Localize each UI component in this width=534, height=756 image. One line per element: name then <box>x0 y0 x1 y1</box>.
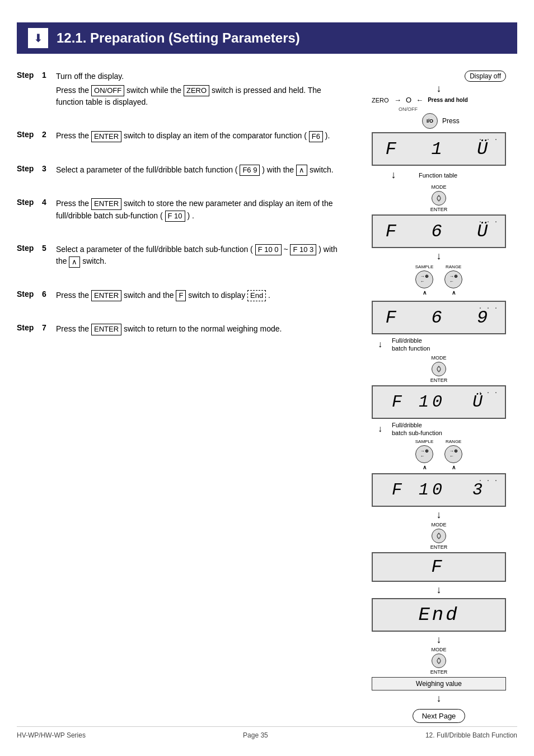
weighing-value-label: Weighing value <box>416 680 462 688</box>
range-range-btn-1[interactable]: →⊕← <box>444 270 462 288</box>
mode-enter-4: MODE ENTER <box>372 647 506 675</box>
key-enter-6: ENTER <box>91 290 121 301</box>
zero-circle: O <box>406 96 411 104</box>
key-f69: F6 9 <box>240 165 260 176</box>
lcd-display-5: F 10 3 · · · <box>372 473 506 507</box>
header-icon: ⬇ <box>28 28 48 48</box>
lcd3-text: F 6 9 <box>386 307 492 328</box>
diagram-col: Display off ↓ ZERO → O ← Press and hold … <box>372 71 506 723</box>
sample-btn-1: SAMPLE →⊕← <box>415 264 433 288</box>
step-num-4: 4 <box>42 198 56 207</box>
arrow-1: ↓ <box>372 83 506 95</box>
lcd5-dots: · · · <box>479 478 498 484</box>
step3-line1: Select a parameter of the full/dribble b… <box>56 164 344 176</box>
arrow-2: ↓ <box>372 169 415 181</box>
page-title: 12.1. Preparation (Setting Parameters) <box>57 30 300 46</box>
range-range-btn-2[interactable]: →⊕← <box>444 445 462 463</box>
key-enter-2: ENTER <box>91 131 121 142</box>
range-lbl-1: RANGE <box>446 264 461 269</box>
enter-lbl-1: ENTER <box>430 207 448 212</box>
step-label-5: Step <box>17 244 42 253</box>
mode-enter-3: MODE ENTER <box>372 522 506 550</box>
step-label-7: Step <box>17 323 42 332</box>
step-num-5: 5 <box>42 244 56 253</box>
mode-btn-1[interactable] <box>432 191 446 206</box>
page-header: ⬇ 12.1. Preparation (Setting Parameters) <box>17 22 517 54</box>
range-btn-1: RANGE →⊕← <box>444 264 462 288</box>
step-num-6: 6 <box>42 290 56 298</box>
sample-range-btn-1[interactable]: →⊕← <box>415 270 433 288</box>
step-num-7: 7 <box>42 323 56 332</box>
lcd-display-1: F 1 Ü · · · <box>372 132 506 166</box>
step-content-6: Press the ENTER switch and the F switch … <box>56 290 344 304</box>
weighing-value-box: Weighing value <box>372 677 506 690</box>
mode-enter-1: MODE ENTER <box>372 184 506 212</box>
lcd2-text: F 6 Ü <box>386 221 492 242</box>
step-5: Step 5 Select a parameter of the full/dr… <box>17 244 344 270</box>
mode-lbl-1: MODE <box>432 184 447 190</box>
step-num-1: 1 <box>42 71 56 80</box>
mode-lbl-2: MODE <box>432 355 447 361</box>
press-hold-text: Press and hold <box>428 97 468 103</box>
enter-lbl-3: ENTER <box>430 544 448 550</box>
step5-line1: Select a parameter of the full/dribble b… <box>56 244 344 268</box>
lcd4-text: F 10 Ü <box>392 393 486 412</box>
step-label-1: Step <box>17 71 42 80</box>
footer-page: Page 35 <box>243 731 268 739</box>
press-row: I/O Press <box>422 113 506 129</box>
mode-lbl-4: MODE <box>432 647 447 652</box>
step-3: Step 3 Select a parameter of the full/dr… <box>17 164 344 178</box>
left-panel: Step 1 Turn off the display. Press the O… <box>17 71 349 723</box>
step-content-3: Select a parameter of the full/dribble b… <box>56 164 344 178</box>
lcd1-dots: · · · <box>479 137 498 143</box>
full-dribble-sub-label: Full/dribblebatch sub-function <box>392 421 442 437</box>
key-onoff: ON/OFF <box>91 85 124 96</box>
next-page-button[interactable]: Next Page <box>413 709 466 723</box>
key-end: End <box>247 290 266 301</box>
arrow-6: ↓ <box>372 509 506 521</box>
step-content-7: Press the ENTER switch to return to the … <box>56 323 344 337</box>
mode-btn-4[interactable] <box>432 654 446 668</box>
sample-range-btn-2[interactable]: →⊕← <box>415 445 433 463</box>
lcd7-text: End <box>418 604 459 626</box>
step1-line2: Press the ON/OFF switch while the ZERO s… <box>56 85 344 108</box>
enter-lbl-2: ENTER <box>430 377 448 383</box>
step-label-3: Step <box>17 164 42 173</box>
lcd-display-7: End <box>372 598 506 632</box>
page-footer: HV-WP/HW-WP Series Page 35 12. Full/Drib… <box>17 726 517 739</box>
step-2: Step 2 Press the ENTER switch to display… <box>17 130 344 144</box>
mode-btn-2[interactable] <box>432 362 446 376</box>
arrow-4: ↓ <box>372 339 388 349</box>
step-6: Step 6 Press the ENTER switch and the F … <box>17 290 344 304</box>
step-content-4: Press the ENTER switch to store the new … <box>56 198 344 224</box>
full-dribble-sub-row: ↓ Full/dribblebatch sub-function <box>372 421 506 437</box>
key-enter-7: ENTER <box>91 324 121 335</box>
arrow-5: ↓ <box>372 424 388 434</box>
zero-text: ZERO <box>372 97 390 104</box>
arrow-right-1: → <box>394 96 401 104</box>
step-label-4: Step <box>17 198 42 207</box>
lcd6-text: F <box>431 557 446 577</box>
step-num-3: 3 <box>42 164 56 173</box>
arrow-9: ↓ <box>372 693 506 704</box>
step-7: Step 7 Press the ENTER switch to return … <box>17 323 344 337</box>
func-table-row: ↓ Function table <box>372 168 506 182</box>
press-label: Press <box>442 117 460 125</box>
right-panel: Display off ↓ ZERO → O ← Press and hold … <box>360 71 517 723</box>
key-f10: F 10 <box>165 211 185 222</box>
step6-line1: Press the ENTER switch and the F switch … <box>56 290 344 301</box>
lcd4-dots: · · · <box>479 390 498 396</box>
full-dribble-row: ↓ Full/dribblebatch function <box>372 337 506 353</box>
step2-line1: Press the ENTER switch to display an ite… <box>56 130 344 142</box>
key-f6: F6 <box>309 131 323 142</box>
display-off-label: Display off <box>465 71 506 82</box>
lcd1-text: F 1 Ü <box>386 139 492 160</box>
onoff-btn[interactable]: I/O <box>422 113 438 129</box>
mode-btn-3[interactable] <box>432 529 446 543</box>
lcd2-dots: · · · <box>479 219 498 225</box>
lcd-display-2: F 6 Ü · · · <box>372 214 506 248</box>
key-f103: F 10 3 <box>290 244 316 255</box>
sample-btn-2: SAMPLE →⊕← <box>415 439 433 463</box>
step4-line1: Press the ENTER switch to store the new … <box>56 198 344 222</box>
sample-range-row-2: SAMPLE →⊕← RANGE →⊕← <box>372 439 506 463</box>
